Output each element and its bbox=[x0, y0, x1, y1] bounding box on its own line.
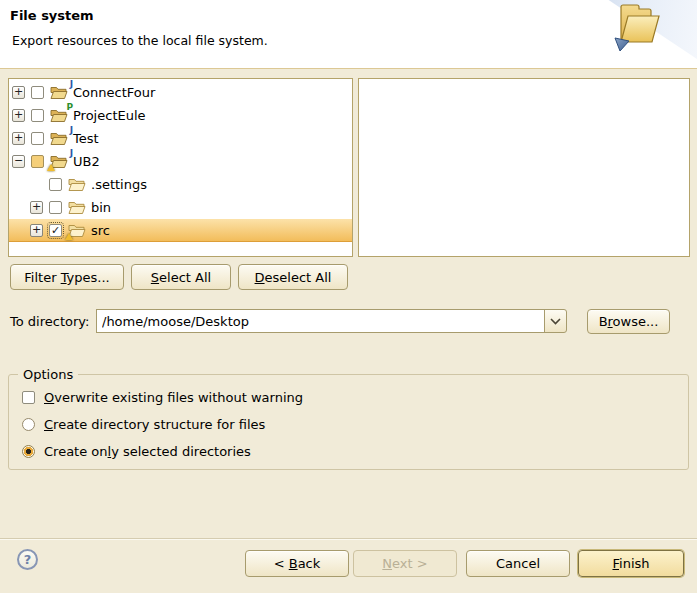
tree-row-src[interactable]: +✓src bbox=[9, 219, 352, 242]
filter-types-button[interactable]: Filter Types... bbox=[10, 264, 124, 290]
button-label: ack bbox=[298, 556, 321, 571]
expand-toggle-icon[interactable]: + bbox=[30, 224, 43, 237]
button-mnemonic: S bbox=[151, 270, 159, 285]
button-label: Cancel bbox=[496, 556, 540, 571]
tree-item-label: UB2 bbox=[73, 154, 100, 169]
help-icon[interactable]: ? bbox=[17, 549, 38, 570]
resource-tree[interactable]: +JConnectFour+PProjectEule+JTest−JUB2.se… bbox=[8, 78, 353, 257]
project-folder-icon-warning: J bbox=[50, 154, 68, 169]
expand-toggle-icon[interactable]: + bbox=[30, 201, 43, 214]
button-label: inish bbox=[619, 556, 649, 571]
warning-overlay-icon bbox=[47, 164, 55, 171]
tree-row-projecteule[interactable]: +PProjectEule bbox=[9, 104, 352, 127]
button-label: B bbox=[599, 314, 608, 329]
collapse-toggle-icon[interactable]: − bbox=[12, 155, 25, 168]
create-structure-label: Create directory structure for files bbox=[44, 417, 265, 432]
back-button[interactable]: < Back bbox=[245, 550, 349, 577]
project-nature-decorator: J bbox=[70, 149, 73, 158]
tree-row-connectfour[interactable]: +JConnectFour bbox=[9, 81, 352, 104]
tree-row-settings[interactable]: .settings bbox=[9, 173, 352, 196]
overwrite-label: Overwrite existing files without warning bbox=[44, 390, 303, 405]
tree-checkbox[interactable] bbox=[31, 109, 44, 122]
expand-toggle-icon[interactable]: + bbox=[12, 109, 25, 122]
project-folder-icon: J bbox=[50, 85, 68, 100]
page-description: Export resources to the local file syste… bbox=[12, 33, 268, 48]
next-button: Next > bbox=[353, 550, 457, 577]
wizard-header: File system Export resources to the loca… bbox=[0, 0, 697, 69]
create-selected-radio[interactable] bbox=[22, 445, 35, 458]
tree-item-label: src bbox=[91, 223, 110, 238]
tree-item-label: Test bbox=[73, 131, 99, 146]
folder-icon-warning bbox=[68, 223, 86, 238]
tree-item-label: ProjectEule bbox=[73, 108, 146, 123]
button-label: eselect All bbox=[265, 270, 332, 285]
project-folder-icon: P bbox=[50, 108, 68, 123]
directory-input[interactable] bbox=[96, 309, 545, 333]
overwrite-option[interactable]: Overwrite existing files without warning bbox=[22, 390, 303, 405]
export-wizard-dialog: File system Export resources to the loca… bbox=[0, 0, 697, 593]
tree-checkbox[interactable] bbox=[31, 155, 44, 168]
folder-icon bbox=[68, 200, 86, 215]
page-title: File system bbox=[10, 8, 94, 23]
warning-overlay-icon bbox=[65, 233, 73, 240]
create-selected-option[interactable]: Create only selected directories bbox=[22, 444, 251, 459]
button-label: elect All bbox=[159, 270, 211, 285]
tree-item-label: .settings bbox=[91, 177, 147, 192]
chevron-down-icon bbox=[550, 318, 561, 325]
create-structure-radio[interactable] bbox=[22, 418, 35, 431]
tree-row-test[interactable]: +JTest bbox=[9, 127, 352, 150]
project-nature-decorator: J bbox=[70, 126, 73, 135]
expand-toggle-icon[interactable]: + bbox=[12, 132, 25, 145]
folder-icon bbox=[68, 177, 86, 192]
button-mnemonic: D bbox=[255, 270, 265, 285]
tree-item-label: bin bbox=[91, 200, 111, 215]
tree-checkbox[interactable]: ✓ bbox=[49, 224, 62, 237]
project-nature-decorator: J bbox=[70, 80, 73, 89]
button-label: Filter bbox=[24, 270, 60, 285]
button-label: owse... bbox=[613, 314, 659, 329]
create-selected-label: Create only selected directories bbox=[44, 444, 251, 459]
tree-row-bin[interactable]: +bin bbox=[9, 196, 352, 219]
directory-dropdown-button[interactable] bbox=[544, 309, 567, 333]
button-mnemonic: N bbox=[382, 556, 392, 571]
button-label: < bbox=[274, 556, 289, 571]
finish-button[interactable]: Finish bbox=[578, 550, 684, 577]
tree-checkbox[interactable] bbox=[31, 86, 44, 99]
deselect-all-button[interactable]: Deselect All bbox=[238, 264, 348, 290]
tree-checkbox[interactable] bbox=[49, 201, 62, 214]
footer-separator bbox=[0, 538, 697, 540]
button-mnemonic: B bbox=[289, 556, 298, 571]
file-list-panel[interactable] bbox=[358, 78, 690, 257]
project-folder-icon: J bbox=[50, 131, 68, 146]
button-label: ext > bbox=[392, 556, 428, 571]
export-folder-icon bbox=[607, 2, 665, 56]
options-group-label: Options bbox=[18, 367, 78, 382]
browse-button[interactable]: Browse... bbox=[587, 309, 670, 334]
expander-spacer bbox=[30, 178, 43, 191]
tree-item-label: ConnectFour bbox=[73, 85, 155, 100]
cancel-button[interactable]: Cancel bbox=[466, 550, 570, 577]
select-all-button[interactable]: Select All bbox=[131, 264, 231, 290]
project-nature-decorator: P bbox=[66, 103, 73, 112]
button-label: ypes... bbox=[67, 270, 110, 285]
overwrite-checkbox[interactable] bbox=[22, 391, 35, 404]
to-directory-label: To directory: bbox=[10, 314, 89, 329]
create-structure-option[interactable]: Create directory structure for files bbox=[22, 417, 265, 432]
tree-checkbox[interactable] bbox=[49, 178, 62, 191]
tree-row-ub2[interactable]: −JUB2 bbox=[9, 150, 352, 173]
expand-toggle-icon[interactable]: + bbox=[12, 86, 25, 99]
tree-checkbox[interactable] bbox=[31, 132, 44, 145]
